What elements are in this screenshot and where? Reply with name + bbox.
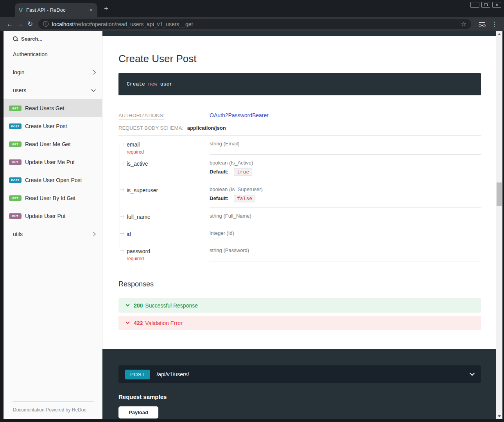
field-type: integer (Id) <box>210 230 481 236</box>
url-path: /redoc#operation/read_users_api_v1_users… <box>74 21 193 27</box>
chevron-down-icon <box>126 303 130 307</box>
field-type: boolean (Is_Active) <box>210 160 481 166</box>
url-host: localhost <box>52 21 74 27</box>
operation-doc: Create User Post Create new user AUTHORI… <box>102 31 496 349</box>
main-area: Authentication login users GET Read User… <box>4 31 502 419</box>
chevron-down-icon <box>126 320 130 324</box>
sidebar-item-read-user-by-id-get[interactable]: GET Read User By Id Get <box>4 189 102 207</box>
endpoint-dropdown[interactable]: POST /api/v1/users/ <box>118 365 481 383</box>
default-label: Default: <box>210 169 228 175</box>
method-badge-get: GET <box>9 141 22 147</box>
maximize-button[interactable] <box>481 2 490 8</box>
address-bar[interactable]: ⓘ localhost/redoc#operation/read_users_a… <box>38 19 471 29</box>
request-samples-panel: POST /api/v1/users/ Request samples Payl… <box>102 349 496 419</box>
browser-menu-icon[interactable]: ⋮ <box>491 20 498 28</box>
sidebar-item-label: login <box>13 69 25 75</box>
authorizations-row: AUTHORIZATIONS: OAuth2PasswordBearer <box>118 111 481 120</box>
code-text: user <box>157 81 172 87</box>
scroll-down-button[interactable] <box>496 413 502 419</box>
search-icon <box>13 36 18 41</box>
sidebar-item-users[interactable]: users <box>4 81 102 99</box>
sidebar-item-read-users-get[interactable]: GET Read Users Get <box>4 99 102 117</box>
method-badge-post: POST <box>9 177 22 183</box>
method-badge-get: GET <box>9 195 22 201</box>
close-icon: × <box>495 3 498 7</box>
maximize-icon <box>484 4 488 6</box>
sidebar-item-update-user-put[interactable]: PUT Update User Put <box>4 207 102 225</box>
sidebar-item-login[interactable]: login <box>4 63 102 81</box>
tab-title: Fast API - ReDoc <box>26 7 88 13</box>
sidebar-item-create-user-open-post[interactable]: POST Create User Open Post <box>4 171 102 189</box>
response-code: 200 <box>134 302 143 309</box>
browser-tab[interactable]: V Fast API - ReDoc × <box>15 3 97 17</box>
sidebar-nav: Authentication login users GET Read User… <box>4 45 102 401</box>
search-box[interactable] <box>13 36 94 45</box>
schema-row-is-active: is_active boolean (Is_Active) Default: t… <box>118 155 481 181</box>
request-body-label: REQUEST BODY SCHEMA: <box>118 125 183 131</box>
forward-icon[interactable]: → <box>15 20 25 28</box>
scroll-up-icon <box>498 33 501 35</box>
page-scrollbar[interactable] <box>496 31 502 419</box>
minimize-icon <box>473 5 477 5</box>
schema-row-password: password required string (Password) <box>118 242 481 261</box>
tab-close-icon[interactable]: × <box>88 7 93 13</box>
sidebar-item-update-user-me-put[interactable]: PUT Update User Me Put <box>4 153 102 171</box>
responses-title: Responses <box>118 280 481 290</box>
field-type: string (Password) <box>210 247 481 253</box>
sidebar-item-authentication[interactable]: Authentication <box>4 45 102 63</box>
default-value: true <box>234 168 252 176</box>
scroll-up-button[interactable] <box>496 31 502 37</box>
response-code: 422 <box>134 320 143 326</box>
redoc-attribution-link[interactable]: Documentation Powered by ReDoc <box>13 407 86 413</box>
default-value: false <box>234 195 255 202</box>
response-422-button[interactable]: 422 Validation Error <box>118 316 481 330</box>
expand-chevron-icon[interactable] <box>470 371 475 376</box>
sidebar-footer: Documentation Powered by ReDoc <box>13 401 94 419</box>
chevron-right-icon <box>91 70 95 74</box>
page-info-icon[interactable]: ⓘ <box>43 21 48 28</box>
tree-connector <box>120 163 124 163</box>
sidebar-item-label: Read User Me Get <box>25 141 71 147</box>
scrollbar-thumb[interactable] <box>497 182 502 206</box>
page-title: Create User Post <box>118 53 481 64</box>
field-type: string (Full_Name) <box>210 213 481 219</box>
sidebar-item-utils[interactable]: utils <box>4 225 102 243</box>
url-text[interactable]: localhost/redoc#operation/read_users_api… <box>52 21 458 27</box>
code-text: Create <box>127 81 148 87</box>
chevron-down-icon <box>91 87 95 91</box>
schema-row-id: id integer (Id) <box>118 225 481 242</box>
default-label: Default: <box>210 195 228 201</box>
sidebar-item-label: Read Users Get <box>25 105 64 111</box>
request-body-schema: email required string (Email) is_active <box>118 136 481 261</box>
new-tab-button[interactable]: + <box>104 5 108 12</box>
title-bar: V Fast API - ReDoc × + × <box>0 0 504 17</box>
schema-row-email: email required string (Email) <box>118 136 481 155</box>
sidebar-item-label: Update User Put <box>25 213 66 219</box>
browser-window: V Fast API - ReDoc × + × ← → ↻ ⓘ localho… <box>0 0 504 422</box>
tree-connector <box>120 190 124 190</box>
sidebar-item-create-user-post[interactable]: POST Create User Post <box>4 117 102 135</box>
field-name: is_active <box>127 161 148 167</box>
method-badge-put: PUT <box>9 213 22 219</box>
payload-tab[interactable]: Payload <box>118 406 158 418</box>
code-keyword: new <box>148 81 157 87</box>
method-badge-get: GET <box>9 106 22 111</box>
method-chip: POST <box>125 370 150 379</box>
sidebar: Authentication login users GET Read User… <box>4 31 102 419</box>
auth-scheme-link[interactable]: OAuth2PasswordBearer <box>210 112 269 118</box>
tree-connector <box>120 233 124 234</box>
response-200-button[interactable]: 200 Successful Response <box>118 298 481 313</box>
bookmark-icon[interactable]: ☆ <box>461 20 466 28</box>
back-icon[interactable]: ← <box>5 20 15 28</box>
close-button[interactable]: × <box>492 2 501 8</box>
chevron-right-icon <box>91 232 95 236</box>
field-required-label: required <box>127 256 206 261</box>
search-input[interactable] <box>21 36 80 42</box>
reload-icon[interactable]: ↻ <box>25 20 35 28</box>
sidebar-item-label: Create User Open Post <box>25 177 82 183</box>
sidebar-item-read-user-me-get[interactable]: GET Read User Me Get <box>4 135 102 153</box>
scroll-down-icon <box>498 415 501 417</box>
request-body-type: application/json <box>187 125 226 131</box>
schema-row-full-name: full_name string (Full_Name) <box>118 208 481 225</box>
minimize-button[interactable] <box>470 2 479 8</box>
